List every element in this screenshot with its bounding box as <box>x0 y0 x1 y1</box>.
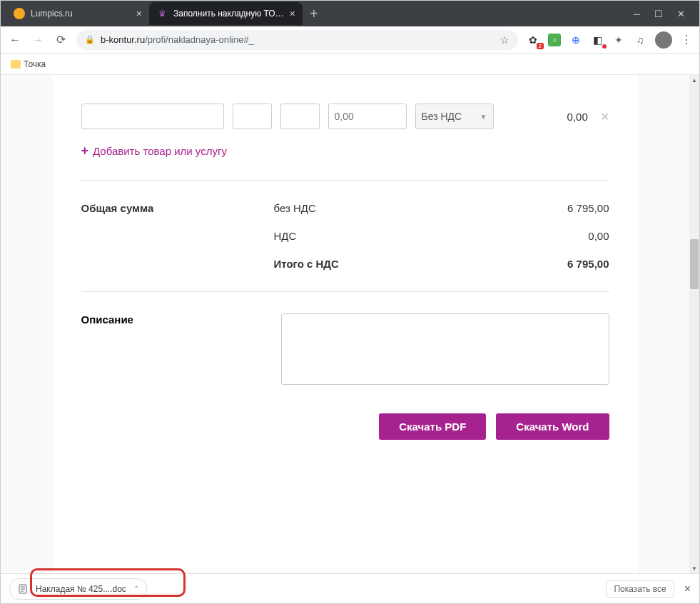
downloads-right: Показать все × <box>606 580 691 598</box>
folder-icon <box>11 60 21 69</box>
totals-row1-label: без НДС <box>274 202 417 214</box>
ext-icon-3[interactable]: ⊕ <box>569 34 582 46</box>
extension-icons: ✿2 ♪ ⊕ ◧ ✦ ♫ ⋮ <box>527 31 692 49</box>
show-all-button[interactable]: Показать все <box>606 580 674 598</box>
chevron-down-icon: ▼ <box>480 113 487 121</box>
download-word-button[interactable]: Скачать Word <box>496 413 609 440</box>
download-chip[interactable]: Накладая № 425....doc ⌃ <box>9 578 147 600</box>
bookmarks-bar: Точка <box>1 54 699 75</box>
page-scroll: Без НДС ▼ 0,00 × + Добавить товар или ус… <box>1 75 689 573</box>
form-card: Без НДС ▼ 0,00 × + Добавить товар или ус… <box>53 75 638 573</box>
scroll-down-icon[interactable]: ▼ <box>689 563 699 573</box>
profile-avatar[interactable] <box>655 31 672 49</box>
totals-row1-value: 6 795,00 <box>417 202 609 214</box>
maximize-button[interactable]: ☐ <box>654 9 663 19</box>
extensions-puzzle-icon[interactable]: ✦ <box>612 34 625 46</box>
item-name-input[interactable] <box>81 104 224 129</box>
titlebar: Lumpics.ru × ♛ Заполнить накладную ТОРГ-… <box>1 1 699 26</box>
back-button[interactable]: ← <box>8 33 22 47</box>
bookmark-tochka[interactable]: Точка <box>11 59 46 69</box>
url-text: b-kontur.ru/profi/nakladnaya-online#_ <box>101 34 494 45</box>
reading-list-icon[interactable]: ♫ <box>634 34 646 46</box>
toolbar: ← → ⟳ 🔒 b-kontur.ru/profi/nakladnaya-onl… <box>1 26 699 54</box>
tab-title: Lumpics.ru <box>31 9 131 19</box>
address-bar[interactable]: 🔒 b-kontur.ru/profi/nakladnaya-online#_ … <box>76 30 518 50</box>
item-unit-input[interactable] <box>280 104 320 129</box>
window-controls: ─ ☐ ✕ <box>619 1 699 26</box>
lock-icon: 🔒 <box>85 35 95 44</box>
document-icon <box>17 583 29 595</box>
minimize-button[interactable]: ─ <box>634 9 640 19</box>
totals-row2-label: НДС <box>274 230 417 242</box>
vat-select-value: Без НДС <box>422 111 462 122</box>
item-amount: 0,00 <box>502 111 592 123</box>
chevron-up-icon[interactable]: ⌃ <box>133 585 139 593</box>
totals-row3-value: 6 795,00 <box>417 258 609 270</box>
ext-icon-2[interactable]: ♪ <box>548 34 561 46</box>
new-tab-button[interactable]: + <box>303 6 325 22</box>
downloads-bar: Накладая № 425....doc ⌃ Показать все × <box>1 573 699 603</box>
content-area: Без НДС ▼ 0,00 × + Добавить товар или ус… <box>1 75 699 573</box>
bookmark-star-icon[interactable]: ☆ <box>500 34 509 46</box>
delete-row-icon[interactable]: × <box>601 109 609 125</box>
description-field[interactable] <box>281 313 609 385</box>
description-label: Описание <box>81 313 260 385</box>
close-window-button[interactable]: ✕ <box>677 9 685 19</box>
divider <box>81 180 609 181</box>
item-qty-input[interactable] <box>233 104 272 129</box>
favicon-orange-icon <box>14 8 25 19</box>
ext-icon-1[interactable]: ✿2 <box>527 34 539 46</box>
description-row: Описание <box>81 313 609 385</box>
divider <box>81 291 609 292</box>
forward-button[interactable]: → <box>31 33 45 47</box>
close-icon[interactable]: × <box>290 8 295 19</box>
plus-icon: + <box>81 144 89 158</box>
browser-window: Lumpics.ru × ♛ Заполнить накладную ТОРГ-… <box>0 0 700 604</box>
totals-section: Общая сумма без НДС 6 795,00 НДС 0,00 Ит… <box>81 202 609 270</box>
totals-row2-value: 0,00 <box>417 230 609 242</box>
favicon-crown-icon: ♛ <box>156 8 168 19</box>
tab-nakladnaya[interactable]: ♛ Заполнить накладную ТОРГ-12 × <box>149 2 303 25</box>
action-buttons: Скачать PDF Скачать Word <box>81 413 609 440</box>
close-downloads-icon[interactable]: × <box>684 583 691 595</box>
vat-select[interactable]: Без НДС ▼ <box>415 104 494 129</box>
download-pdf-button[interactable]: Скачать PDF <box>379 413 486 440</box>
bookmark-label: Точка <box>24 59 46 69</box>
item-price-input[interactable] <box>328 104 407 129</box>
add-item-link[interactable]: + Добавить товар или услугу <box>81 144 609 158</box>
scrollbar-thumb[interactable] <box>690 239 699 289</box>
menu-button[interactable]: ⋮ <box>681 33 692 46</box>
add-item-label: Добавить товар или услугу <box>93 145 227 157</box>
totals-label: Общая сумма <box>81 202 274 214</box>
ext-icon-4[interactable]: ◧ <box>591 34 604 46</box>
totals-row3-label: Итого с НДС <box>274 258 417 270</box>
scroll-up-icon[interactable]: ▲ <box>689 75 699 85</box>
tabs-row: Lumpics.ru × ♛ Заполнить накладную ТОРГ-… <box>1 1 619 26</box>
tab-lumpics[interactable]: Lumpics.ru × <box>6 2 149 25</box>
scrollbar-track[interactable]: ▲ ▼ <box>689 75 699 573</box>
reload-button[interactable]: ⟳ <box>54 33 68 47</box>
item-row: Без НДС ▼ 0,00 × <box>81 104 609 129</box>
download-filename: Накладая № 425....doc <box>36 584 126 594</box>
tab-title: Заполнить накладную ТОРГ-12 <box>173 9 284 19</box>
close-icon[interactable]: × <box>136 8 142 19</box>
